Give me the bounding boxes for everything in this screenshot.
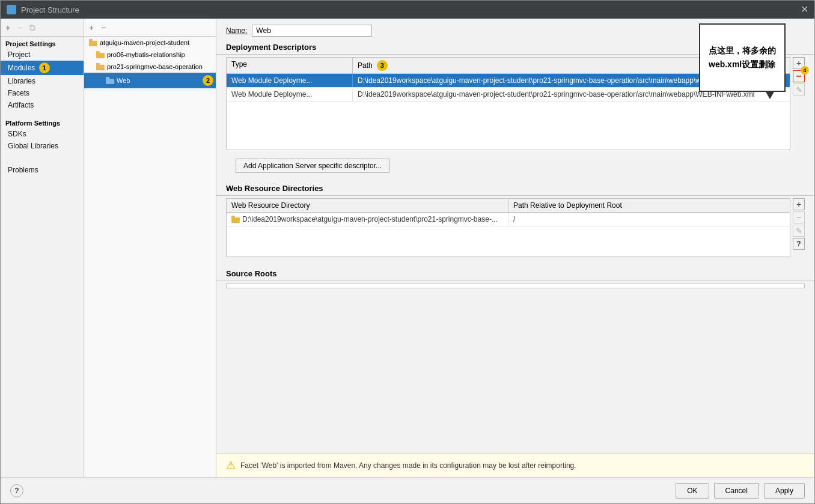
warning-text: Facet 'Web' is imported from Maven. Any …: [240, 461, 576, 470]
source-roots-title: Source Roots: [216, 267, 814, 281]
warning-bar: ⚠ Facet 'Web' is imported from Maven. An…: [216, 454, 814, 477]
web-resource-section: Web Resource Directories Web Resource Di…: [216, 181, 814, 257]
add-application-server-btn[interactable]: Add Application Server specific descript…: [236, 159, 389, 173]
tree-item-label: atguigu-maven-project-student: [100, 39, 189, 46]
wr-table-header: Web Resource Directory Path Relative to …: [227, 199, 790, 213]
dialog-title: Project Structure: [21, 5, 79, 14]
sidebar-item-project[interactable]: Project: [1, 49, 84, 61]
folder-icon: [96, 51, 105, 58]
tree-item-pro21[interactable]: pro21-springmvc-base-operation: [84, 61, 216, 73]
tree-toolbar: + −: [84, 19, 216, 37]
folder-icon: [89, 39, 97, 46]
dd-row2-type: Web Module Deployme...: [227, 88, 353, 101]
tree-item-web[interactable]: Web 2: [84, 73, 216, 88]
app-icon: [7, 5, 16, 14]
right-panel: 点这里，将多余的 web.xml设置删除 Name: Deployment De…: [216, 19, 814, 477]
tree-item-pro06[interactable]: pro06-mybatis-relationship: [84, 49, 216, 61]
wr-help-btn[interactable]: ?: [793, 238, 805, 250]
dd-empty-space: [227, 102, 790, 150]
svg-rect-6: [106, 79, 114, 84]
wr-side-actions: + − ✎ ?: [793, 198, 805, 250]
web-folder-icon: [106, 77, 114, 84]
svg-rect-0: [89, 41, 97, 46]
svg-rect-4: [96, 65, 105, 70]
callout-box: 点这里，将多余的 web.xml设置删除: [699, 23, 786, 92]
spacer: [216, 288, 814, 454]
callout-arrow: [765, 91, 775, 99]
web-badge: 2: [203, 75, 213, 86]
folder-icon: [96, 63, 105, 70]
source-roots-section: Source Roots: [216, 267, 814, 288]
svg-rect-9: [231, 216, 235, 218]
tree-item-web-label: Web: [117, 77, 130, 84]
wr-row1-dir: D:\idea2019workspace\atguigu-maven-proje…: [227, 213, 508, 226]
source-roots-bar: [226, 284, 805, 288]
dd-row1-type: Web Module Deployme...: [227, 74, 353, 87]
svg-rect-8: [231, 217, 240, 223]
wr-add-btn[interactable]: +: [793, 198, 805, 210]
title-bar: Project Structure ✕: [1, 1, 814, 19]
project-structure-dialog: Project Structure ✕ + − ⧉ Project Settin…: [0, 0, 815, 504]
bottom-bar: ? OK Cancel Apply: [1, 477, 814, 503]
modules-badge: 1: [39, 62, 50, 73]
close-button[interactable]: ✕: [801, 5, 808, 14]
tree-remove-btn[interactable]: −: [99, 22, 108, 33]
dd-edit-btn[interactable]: ✎: [793, 83, 805, 96]
svg-rect-2: [96, 53, 105, 58]
web-resource-title: Web Resource Directories: [216, 181, 814, 196]
name-label: Name:: [226, 26, 247, 35]
name-input[interactable]: [252, 25, 372, 37]
ok-button[interactable]: OK: [676, 483, 709, 499]
sidebar-item-facets[interactable]: Facets: [1, 87, 84, 99]
title-bar-left: Project Structure: [7, 5, 79, 14]
dd-side-actions: + − 4 ✎: [793, 57, 805, 96]
remove-item-button[interactable]: −: [15, 22, 25, 33]
wr-row-1[interactable]: D:\idea2019workspace\atguigu-maven-proje…: [227, 213, 790, 226]
sidebar-item-artifacts[interactable]: Artifacts: [1, 99, 84, 111]
help-button[interactable]: ?: [10, 484, 23, 497]
svg-rect-3: [96, 51, 100, 53]
tree-item-label: pro21-springmvc-base-operation: [107, 63, 203, 70]
sidebar-item-libraries[interactable]: Libraries: [1, 75, 84, 87]
tree-add-btn[interactable]: +: [87, 22, 96, 33]
add-server-btn-wrapper: Add Application Server specific descript…: [226, 155, 805, 177]
dd-type-header: Type: [227, 58, 353, 73]
left-toolbar: + − ⧉: [1, 19, 84, 37]
dd-remove-btn[interactable]: − 4: [793, 70, 805, 82]
left-panel: + − ⧉ Project Settings Project Modules 1…: [1, 19, 84, 477]
wr-edit-btn[interactable]: ✎: [793, 225, 805, 237]
add-item-button[interactable]: +: [3, 22, 13, 33]
wr-remove-btn[interactable]: −: [793, 211, 805, 223]
svg-rect-7: [106, 77, 109, 79]
svg-rect-1: [89, 39, 93, 41]
sidebar-item-problems[interactable]: Problems: [1, 164, 84, 176]
wr-table-wrapper: Web Resource Directory Path Relative to …: [226, 198, 790, 257]
wr-dir-header: Web Resource Directory: [227, 199, 508, 212]
wr-empty-space: [227, 226, 790, 257]
warning-icon: ⚠: [226, 459, 236, 472]
wr-row1-relpath: /: [508, 213, 790, 226]
platform-settings-label: Platform Settings: [1, 116, 84, 128]
copy-item-button[interactable]: ⧉: [27, 22, 38, 33]
sidebar-item-modules[interactable]: Modules 1: [1, 61, 84, 75]
tree-item-atguigu[interactable]: atguigu-maven-project-student: [84, 37, 216, 49]
sidebar-item-sdks[interactable]: SDKs: [1, 128, 84, 140]
tree-item-label: pro06-mybatis-relationship: [107, 51, 185, 58]
path-header-badge: 3: [377, 60, 388, 71]
svg-rect-5: [96, 63, 100, 65]
apply-button[interactable]: Apply: [764, 483, 805, 499]
remove-btn-badge: 4: [801, 66, 809, 74]
content-area: + − ⧉ Project Settings Project Modules 1…: [1, 19, 814, 477]
wr-folder-icon: [231, 216, 240, 223]
project-settings-label: Project Settings: [1, 37, 84, 49]
sidebar-item-global-libraries[interactable]: Global Libraries: [1, 140, 84, 152]
module-tree-panel: + − atguigu-maven-project-student pro06-…: [84, 19, 216, 477]
wr-rel-path-header: Path Relative to Deployment Root: [508, 199, 790, 212]
cancel-button[interactable]: Cancel: [714, 483, 759, 499]
wr-table-area: Web Resource Directory Path Relative to …: [226, 198, 805, 257]
